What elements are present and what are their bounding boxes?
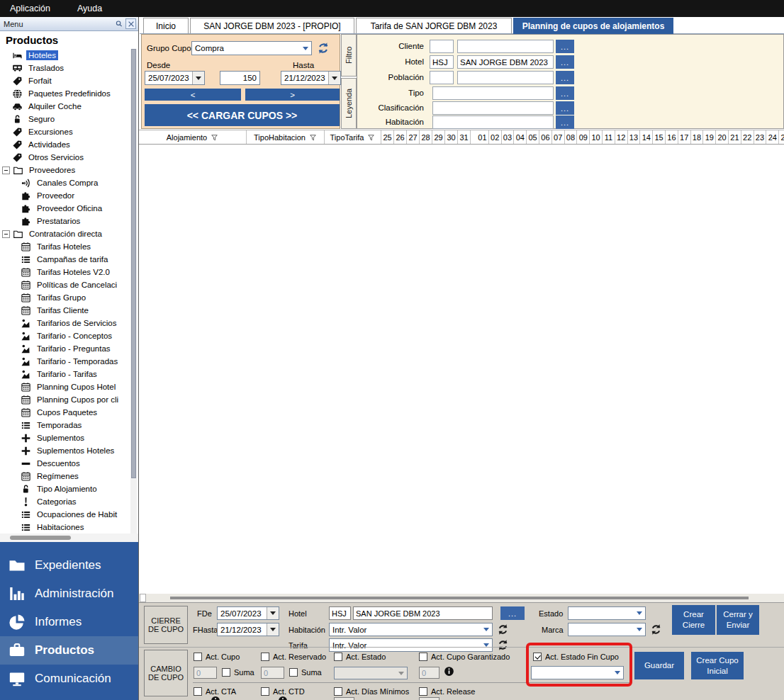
tree-item[interactable]: Categorias [0,495,138,508]
act-release-checkbox[interactable]: Act. Release [419,687,475,696]
filter-code-input[interactable]: HSJ [430,55,454,69]
hotel-name-input[interactable]: SAN JORGE DBM 2023 [353,606,493,620]
tree-item[interactable]: Tarifas Hoteles V2.0 [0,266,138,278]
chevron-down-icon[interactable] [267,607,279,619]
act-cupo-garantizado-checkbox[interactable]: Act. Cupo Garantizado [419,653,510,661]
sidebar-module-4[interactable]: Comunicación [0,665,138,693]
tree-item[interactable]: Excursiones [0,125,138,138]
desde-date-picker[interactable]: 25/07/2023 [145,71,205,85]
tree-item[interactable]: Temporadas [0,419,138,431]
suma-reservado-checkbox[interactable]: Suma [289,668,322,677]
tree-item[interactable]: Tarifario - Temporadas [0,355,138,368]
scrollbar-thumb[interactable] [10,536,71,540]
refresh-icon[interactable] [497,639,509,651]
suma-cupo-checkbox[interactable]: Suma [222,668,254,677]
tree-item[interactable]: Suplementos Hoteles [0,444,138,457]
splitter-handle[interactable] [170,597,749,599]
refresh-icon[interactable] [650,623,662,636]
scrollbar-thumb[interactable] [131,49,136,478]
tree-item[interactable]: Campañas de tarifa [0,253,138,266]
prev-period-button[interactable]: < [145,89,241,101]
tree-item[interactable]: Tarifas Hoteles [0,240,138,253]
next-period-button[interactable]: > [245,89,340,101]
sidebar-module-2[interactable]: Informes [0,608,138,636]
document-tab-0[interactable]: Inicio [143,18,189,33]
cerrar-y-enviar-button[interactable]: Cerrar y Enviar [717,605,759,635]
horizontal-splitter[interactable] [139,594,784,602]
lookup-button[interactable]: ... [556,101,574,115]
act-estado-checkbox[interactable]: Act. Estado [334,653,386,661]
tree-item[interactable]: Canales Compra [0,176,138,189]
document-tab-3[interactable]: Planning de cupos de alojamientos [513,18,673,34]
act-reservado-checkbox[interactable]: Act. Reservado [261,653,326,661]
tree-item[interactable]: Cupos Paquetes [0,406,138,419]
tree-item[interactable]: Contratación directa [0,227,138,240]
tree-item[interactable]: Tarifas Cliente [0,304,138,317]
tree-item[interactable]: Planning Cupos Hotel [0,380,138,393]
act-estado-fin-cupo-checkbox[interactable]: Act. Estado Fin Cupo [533,653,619,661]
tree-item[interactable]: Hoteles [0,49,138,62]
marca-select[interactable] [568,623,646,636]
tree-vertical-scrollbar[interactable] [130,49,137,534]
tree-item[interactable]: Tarifas Grupo [0,291,138,304]
tree-item[interactable]: Planning Cupos por cli [0,393,138,406]
sidebar-module-3[interactable]: Productos [0,636,138,665]
tree-item[interactable]: Ocupaciones de Habit [0,508,138,521]
tab-leyenda[interactable]: Leyenda [341,78,357,129]
tree-item[interactable]: Prestatarios [0,215,138,227]
tree-item[interactable]: Tarifario - Preguntas [0,342,138,355]
guardar-button[interactable]: Guardar [634,652,684,679]
filter-code-input[interactable] [430,40,454,53]
filter-funnel-icon[interactable] [309,134,317,142]
dias-minimos-value-input[interactable] [334,697,354,700]
filter-funnel-icon[interactable] [367,134,375,142]
document-tab-1[interactable]: SAN JORGE DBM 2023 - [PROPIO] [190,18,354,33]
filter-value-input[interactable] [432,86,554,100]
menubar-item-1[interactable]: Ayuda [77,4,102,13]
tree-item[interactable]: Descuentos [0,457,138,470]
tree-item[interactable]: Regímenes [0,470,138,482]
cargar-cupos-button[interactable]: << CARGAR CUPOS >> [145,104,340,126]
tree-item[interactable]: Habitaciones [0,521,138,534]
tab-filtro[interactable]: Filtro [341,34,357,77]
sidebar-module-1[interactable]: Administración [0,580,138,608]
tree-item[interactable]: Alquiler Coche [0,100,138,113]
tree-item[interactable]: Proveedor Oficina [0,202,138,215]
sidebar-module-0[interactable]: Expedientes [0,551,138,580]
tree-item[interactable]: Tarifarios de Servicios [0,317,138,329]
close-icon[interactable] [125,18,136,29]
crear-cierre-button[interactable]: Crear Cierre [672,605,715,635]
tree-item[interactable]: Actividades [0,138,138,151]
chevron-down-icon[interactable] [267,623,279,636]
chevron-down-icon[interactable] [192,72,204,84]
collapse-icon[interactable] [2,230,10,238]
hotel-code-input[interactable]: HSJ [329,606,351,620]
filter-funnel-icon[interactable] [211,134,218,142]
menubar-item-0[interactable]: Aplicación [10,4,50,13]
filter-value-input[interactable] [457,40,554,53]
reservado-value-input[interactable]: 0 [261,667,284,679]
tree-item[interactable]: Paquetes Predefinidos [0,87,138,100]
planning-grid-body[interactable] [139,145,784,594]
tree-item[interactable]: Seguro [0,113,138,125]
lookup-button[interactable]: ... [556,55,574,69]
act-cupo-checkbox[interactable]: Act. Cupo [194,653,240,661]
tree-item[interactable]: Proveedor [0,189,138,202]
tarifa-select[interactable]: Intr. Valor [329,638,493,652]
lookup-button[interactable]: ... [556,40,574,53]
tree-horizontal-scrollbar[interactable] [0,534,138,542]
filter-value-input[interactable]: SAN JORGE DBM 2023 [457,55,554,69]
hasta-date-picker[interactable]: 21/12/2023 [281,71,341,85]
act-cta-checkbox[interactable]: Act. CTA [194,687,236,696]
days-count-input[interactable]: 150 [220,71,260,85]
lookup-button[interactable]: ... [556,86,574,100]
filter-value-input[interactable] [432,115,554,129]
tree-item[interactable]: Políticas de Cancelaci [0,278,138,291]
act-dias-minimos-checkbox[interactable]: Act. Días Mínimos [334,687,409,696]
chevron-down-icon[interactable] [328,72,340,84]
hotel-lookup-button[interactable]: ... [500,606,525,620]
filter-code-input[interactable] [430,71,454,84]
estado-fin-cupo-select[interactable] [531,666,624,679]
tree-item[interactable]: Otros Servicios [0,151,138,164]
cupo-value-input[interactable]: 0 [194,667,217,679]
